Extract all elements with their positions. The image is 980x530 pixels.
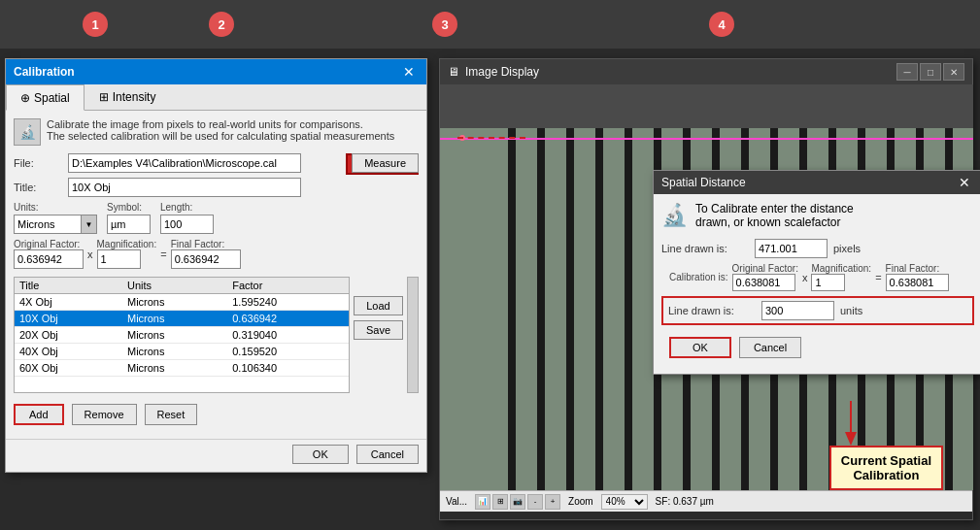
dashed-line: [457, 137, 525, 139]
cal-ok-button[interactable]: OK: [292, 445, 349, 464]
units-input[interactable]: [14, 215, 82, 234]
window-buttons: ─ □ ✕: [896, 63, 964, 81]
mag-factor-input[interactable]: [97, 249, 141, 269]
sf-label: SF: 0.637 µm: [656, 496, 714, 507]
val-label: Val...: [446, 496, 467, 507]
info-row: 🔬 Calibrate the image from pixels to rea…: [14, 118, 419, 146]
zoom-select[interactable]: 40% 25% 50% 100%: [601, 494, 648, 510]
spatial-icon: ⊕: [20, 91, 30, 105]
col-title: Title: [15, 278, 122, 294]
col-units: Units: [122, 278, 227, 294]
save-button[interactable]: Save: [354, 320, 403, 340]
calibration-footer: OK Cancel: [6, 439, 426, 472]
mag-small-label: Magnification:: [811, 263, 871, 274]
table-row[interactable]: 10X ObjMicrons0.636942: [15, 311, 349, 327]
file-input[interactable]: [68, 153, 301, 173]
table-icon[interactable]: ⊞: [492, 494, 508, 510]
reset-button[interactable]: Reset: [145, 404, 198, 425]
tab-intensity[interactable]: ⊞ Intensity: [84, 84, 171, 110]
line-drawn-units-row: Line drawn is: units: [661, 296, 974, 325]
table-row[interactable]: 20X ObjMicrons0.319040: [15, 327, 349, 344]
factor-equals: =: [160, 248, 166, 260]
symbol-input[interactable]: [107, 215, 151, 234]
minimize-button[interactable]: ─: [896, 63, 918, 81]
length-input[interactable]: [160, 215, 214, 234]
line-drawn-units-label: Line drawn is:: [668, 305, 756, 316]
calibration-table: Title Units Factor 4X ObjMicrons1.595240…: [15, 278, 349, 377]
orig-factor-input[interactable]: [14, 249, 84, 269]
info-text-1: Calibrate the image from pixels to real-…: [47, 118, 394, 130]
line-drawn-pixels-label: Line drawn is:: [661, 243, 749, 254]
camera-icon[interactable]: 📷: [510, 494, 525, 510]
length-group: Length:: [160, 202, 214, 234]
image-display-titlebar: 🖥 Image Display ─ □ ✕: [440, 59, 972, 84]
top-toolbar: 1 2 3 4: [0, 0, 980, 49]
zoom-out-icon[interactable]: -: [527, 494, 543, 510]
orig-factor-label: Original Factor:: [14, 239, 84, 249]
units-label: Units:: [14, 202, 97, 213]
load-save-buttons: Load Save: [354, 277, 403, 399]
close-window-button[interactable]: ✕: [943, 63, 964, 81]
factor-x1: x: [87, 248, 93, 260]
col-factor: Factor: [227, 278, 349, 294]
remove-button[interactable]: Remove: [72, 404, 137, 425]
final-factor-input[interactable]: [171, 249, 241, 269]
table-scrollbar[interactable]: [407, 277, 419, 393]
calibration-dialog: Calibration ✕ ⊕ Spatial ⊞ Intensity 🔬 Ca…: [5, 58, 427, 473]
svg-marker-1: [845, 432, 857, 446]
line-drawn-units-input[interactable]: [761, 301, 834, 320]
zoom-in-icon[interactable]: +: [545, 494, 560, 510]
calibration-factor-row: Calibration is: Original Factor: x Magni…: [661, 263, 974, 291]
units-dropdown-arrow[interactable]: ▼: [82, 215, 97, 234]
step-4: 4: [709, 12, 734, 37]
spatial-ok-button[interactable]: OK: [669, 337, 731, 358]
info-text-2: The selected calibration will be used fo…: [47, 130, 394, 142]
zoom-label: Zoom: [568, 496, 593, 507]
mag-factor-label: Magnification:: [97, 239, 157, 249]
add-button[interactable]: Add: [14, 404, 64, 425]
units-group: Units: ▼: [14, 202, 97, 234]
final-factor-group: Final Factor:: [171, 239, 241, 269]
mag-small-input[interactable]: [811, 274, 845, 291]
image-display-title: Image Display: [465, 65, 539, 79]
measure-button[interactable]: Measure: [352, 153, 419, 173]
table-row[interactable]: 4X ObjMicrons1.595240: [15, 294, 349, 311]
bottom-table-buttons: Add Remove Reset: [14, 404, 419, 425]
units-unit: units: [840, 305, 862, 316]
tab-spatial[interactable]: ⊕ Spatial: [6, 84, 84, 111]
calibration-close-button[interactable]: ✕: [399, 64, 419, 80]
annotation-text: Current SpatialCalibration: [841, 453, 931, 482]
calibration-tabs: ⊕ Spatial ⊞ Intensity: [6, 84, 426, 111]
table-area: Title Units Factor 4X ObjMicrons1.595240…: [14, 277, 419, 399]
calibration-title: Calibration: [14, 65, 75, 79]
table-row[interactable]: 40X ObjMicrons0.159520: [15, 344, 349, 360]
title-row: Title: Measure: [14, 178, 419, 197]
load-button[interactable]: Load: [354, 296, 403, 315]
calibration-info-icon: 🔬: [14, 118, 41, 146]
calibration-titlebar: Calibration ✕: [6, 59, 426, 84]
orig-factor-group: Original Factor:: [14, 239, 84, 269]
step-1: 1: [83, 12, 108, 37]
spatial-distance-dialog: Spatial Distance ✕ 🔬 To Calibrate enter …: [653, 170, 980, 375]
spatial-title: Spatial Distance: [661, 176, 746, 189]
spatial-body: 🔬 To Calibrate enter the distance drawn,…: [654, 194, 980, 374]
cal-cancel-button[interactable]: Cancel: [356, 445, 419, 464]
orig-factor-small-input[interactable]: [732, 274, 795, 291]
step-3: 3: [432, 12, 457, 37]
table-row[interactable]: 60X ObjMicrons0.106340: [15, 360, 349, 377]
spatial-cancel-button[interactable]: Cancel: [739, 337, 801, 358]
final-factor-small-input[interactable]: [886, 274, 949, 291]
spatial-close-button[interactable]: ✕: [955, 175, 974, 190]
title-input[interactable]: [68, 178, 301, 197]
symbol-label: Symbol:: [107, 202, 151, 213]
histogram-icon[interactable]: 📊: [475, 494, 490, 510]
maximize-button[interactable]: □: [920, 63, 941, 81]
spatial-info-text1: To Calibrate enter the distance: [695, 202, 854, 215]
file-label: File:: [14, 157, 62, 169]
title-label: Title:: [14, 182, 62, 193]
spatial-info-icon: 🔬: [661, 203, 688, 228]
factor-row: Original Factor: x Magnification: = Fina…: [14, 239, 419, 269]
factor-x2: x: [802, 272, 808, 283]
line-drawn-pixels-row: Line drawn is: pixels: [661, 239, 974, 258]
line-drawn-pixels-input[interactable]: [755, 239, 828, 258]
